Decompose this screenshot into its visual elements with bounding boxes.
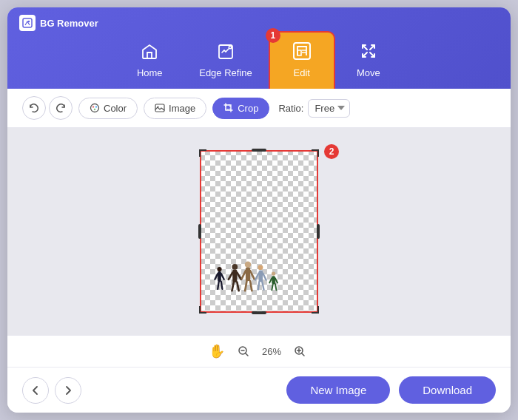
svg-line-42 bbox=[272, 284, 273, 290]
svg-point-32 bbox=[258, 265, 263, 270]
crop-label: Crop bbox=[238, 103, 258, 114]
toolbar: Color Image Crop Ratio: Free 1:1 4:3 bbox=[7, 89, 511, 128]
download-button[interactable]: Download bbox=[399, 376, 496, 404]
canvas-badge: 2 bbox=[324, 144, 339, 159]
svg-line-23 bbox=[237, 273, 240, 280]
svg-line-40 bbox=[269, 278, 272, 282]
people-silhouette bbox=[211, 250, 285, 305]
svg-rect-13 bbox=[226, 105, 230, 109]
footer-nav bbox=[22, 377, 81, 404]
image-canvas: 2 bbox=[200, 150, 318, 313]
crop-handle-bottom[interactable] bbox=[252, 311, 266, 314]
svg-rect-4 bbox=[294, 43, 310, 59]
svg-line-34 bbox=[255, 273, 259, 280]
ratio-select[interactable]: Free 1:1 4:3 16:9 bbox=[308, 99, 350, 118]
svg-point-20 bbox=[232, 264, 238, 270]
image-label: Image bbox=[169, 103, 195, 114]
crop-handle-left[interactable] bbox=[198, 224, 201, 239]
crop-handle-br[interactable] bbox=[312, 306, 319, 314]
prev-button[interactable] bbox=[22, 377, 49, 404]
svg-line-43 bbox=[275, 284, 277, 290]
undo-button[interactable] bbox=[22, 96, 46, 120]
footer-actions: New Image Download bbox=[286, 376, 496, 404]
canvas-area: 2 bbox=[7, 128, 511, 335]
svg-line-31 bbox=[250, 281, 252, 291]
nav-edit-label: Edit bbox=[294, 67, 310, 78]
nav-home-label: Home bbox=[137, 67, 163, 78]
zoom-out-button[interactable] bbox=[234, 342, 253, 361]
svg-rect-0 bbox=[23, 18, 32, 27]
ratio-section: Ratio: Free 1:1 4:3 16:9 bbox=[278, 99, 350, 118]
crop-handle-tr[interactable] bbox=[312, 149, 319, 157]
app-window: BG Remover Home bbox=[7, 7, 511, 413]
checkerboard bbox=[200, 150, 318, 313]
svg-point-1 bbox=[28, 21, 30, 22]
svg-line-30 bbox=[245, 281, 246, 291]
zoom-percent: 26% bbox=[262, 346, 281, 357]
svg-line-19 bbox=[221, 282, 223, 289]
zoom-in-button[interactable] bbox=[290, 342, 309, 361]
nav-item-edit[interactable]: 1 Edit bbox=[269, 31, 335, 89]
svg-line-41 bbox=[275, 278, 278, 282]
undo-redo-group bbox=[22, 96, 73, 120]
crop-handle-right[interactable] bbox=[317, 224, 320, 239]
svg-rect-39 bbox=[272, 276, 275, 284]
nav-edge-refine-label: Edge Refine bbox=[199, 67, 252, 78]
crop-handle-top[interactable] bbox=[252, 149, 266, 152]
svg-point-14 bbox=[217, 267, 221, 271]
svg-point-8 bbox=[92, 106, 94, 107]
svg-rect-15 bbox=[218, 271, 221, 282]
svg-line-17 bbox=[221, 274, 224, 280]
svg-point-12 bbox=[158, 106, 159, 108]
nav-items: Home Edge Refine 1 bbox=[28, 31, 490, 89]
logo-icon bbox=[19, 15, 36, 31]
svg-point-7 bbox=[91, 104, 99, 112]
svg-line-25 bbox=[237, 282, 238, 291]
image-button[interactable]: Image bbox=[144, 98, 206, 119]
svg-line-28 bbox=[242, 271, 246, 279]
svg-point-9 bbox=[95, 106, 97, 107]
svg-line-29 bbox=[250, 271, 254, 279]
svg-line-50 bbox=[302, 353, 304, 356]
svg-point-26 bbox=[245, 262, 251, 268]
redo-button[interactable] bbox=[49, 96, 73, 120]
svg-line-24 bbox=[232, 282, 233, 291]
zoom-controls: ✋ 26% bbox=[7, 335, 511, 367]
next-button[interactable] bbox=[55, 377, 81, 404]
nav-item-edge-refine[interactable]: Edge Refine bbox=[183, 34, 269, 89]
app-logo: BG Remover bbox=[19, 15, 98, 31]
svg-rect-33 bbox=[259, 271, 263, 282]
nav-move-label: Move bbox=[357, 67, 380, 78]
hand-tool-icon[interactable]: ✋ bbox=[209, 343, 225, 359]
nav-item-move[interactable]: Move bbox=[335, 33, 402, 89]
edit-icon bbox=[292, 41, 312, 64]
footer: New Image Download bbox=[7, 367, 511, 413]
new-image-button[interactable]: New Image bbox=[286, 376, 390, 404]
color-label: Color bbox=[104, 103, 127, 114]
color-button[interactable]: Color bbox=[78, 98, 138, 119]
svg-line-18 bbox=[218, 282, 219, 289]
app-title: BG Remover bbox=[40, 18, 98, 29]
svg-point-38 bbox=[272, 271, 275, 275]
edge-refine-icon bbox=[217, 43, 235, 64]
edit-badge: 1 bbox=[266, 28, 280, 43]
crop-handle-tl[interactable] bbox=[199, 149, 206, 157]
svg-rect-27 bbox=[246, 268, 250, 281]
svg-line-22 bbox=[229, 273, 232, 280]
move-icon bbox=[359, 41, 378, 64]
nav-item-home[interactable]: Home bbox=[116, 34, 183, 89]
svg-line-16 bbox=[215, 274, 218, 280]
crop-handle-bl[interactable] bbox=[199, 306, 206, 314]
home-icon bbox=[141, 43, 158, 64]
svg-line-37 bbox=[262, 282, 263, 290]
crop-button[interactable]: Crop bbox=[212, 98, 269, 119]
svg-line-36 bbox=[258, 282, 260, 290]
svg-point-10 bbox=[94, 109, 95, 110]
ratio-label: Ratio: bbox=[278, 103, 303, 114]
svg-line-46 bbox=[246, 353, 248, 356]
svg-line-35 bbox=[263, 273, 266, 280]
header: BG Remover Home bbox=[7, 7, 511, 89]
svg-rect-21 bbox=[232, 270, 237, 282]
